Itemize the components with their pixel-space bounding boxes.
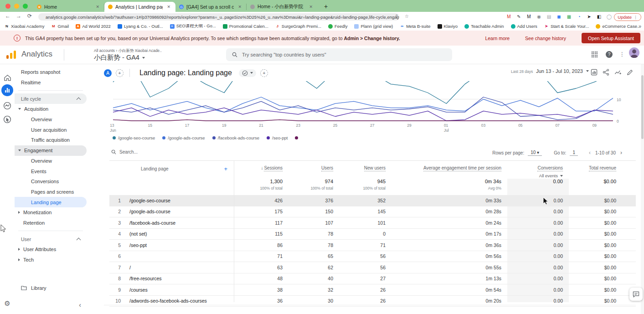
bookmark-item[interactable]: Lyang & Co. - Outl... — [118, 24, 163, 29]
back-icon[interactable]: ← — [4, 13, 12, 19]
column-header-engagement[interactable]: Average engagement time per session — [386, 161, 501, 171]
sidebar-item-conversions[interactable]: Conversions — [15, 176, 87, 187]
sidebar-item-monetization[interactable]: Monetization — [15, 207, 87, 218]
bookmark-item[interactable]: Klaviyo — [438, 24, 458, 29]
bookmark-item[interactable]: MGmail — [51, 24, 69, 29]
table-row[interactable]: 4(not set)1157800m 17s0.00$0.00 — [109, 229, 636, 240]
table-row[interactable]: 7/6362560m 55s0.00$0.00 — [109, 262, 636, 273]
bookmark-item[interactable]: ≡SEO课程大纲 - Go... — [170, 23, 216, 29]
bookmark-item[interactable]: Teachable Admin — [464, 24, 504, 29]
customize-report-pill[interactable] — [239, 69, 256, 77]
next-page-icon[interactable]: › — [619, 149, 623, 156]
search-input[interactable]: Try searching "top countries by users" — [226, 48, 452, 61]
previous-page-icon[interactable]: ‹ — [588, 149, 592, 156]
swoosh-extension-icon[interactable]: ◔ — [576, 13, 582, 21]
sidebar-item-reports-snapshot[interactable]: Reports snapshot — [15, 67, 87, 77]
add-dimension-icon[interactable]: + — [224, 165, 234, 172]
table-row[interactable]: 67165560m 56s0.00$0.00 — [109, 251, 636, 263]
forward-icon[interactable]: → — [15, 13, 23, 19]
edit-pencil-icon[interactable] — [627, 69, 633, 76]
browser-tab[interactable]: Home - 小白新势学院✕ — [247, 2, 318, 12]
bookmark-item[interactable]: Promotional Calen... — [223, 24, 268, 29]
sheet-extension-icon[interactable]: ▦ — [566, 13, 572, 21]
contrast-extension-icon[interactable]: ◧ — [596, 13, 602, 21]
help-icon[interactable]: ? — [606, 51, 613, 58]
feedback-button[interactable] — [629, 288, 643, 301]
tab-close-icon[interactable]: ✕ — [308, 4, 314, 10]
table-row[interactable]: 3/facebook-ads-course1171071010m 24s0.00… — [109, 217, 636, 229]
sidebar-item-user[interactable]: User — [15, 234, 87, 244]
minimize-window-button[interactable] — [14, 4, 19, 9]
sidebar-item-overview[interactable]: Overview — [15, 114, 87, 125]
chrome-update-button[interactable]: Update ⋮ — [614, 13, 641, 21]
chevron-up-icon[interactable] — [77, 238, 81, 242]
explore-icon[interactable] — [1, 100, 13, 112]
maximize-window-button[interactable] — [23, 4, 28, 9]
legend-item[interactable]: /google-ads-course — [162, 135, 205, 140]
browser-tab[interactable]: Analytics | Landing page: Land✕ — [104, 2, 175, 12]
medium-extension-icon[interactable]: M — [526, 13, 532, 21]
advertising-icon[interactable] — [1, 113, 13, 125]
bookmark-item[interactable]: ∞Meta B-suite — [400, 24, 430, 29]
table-row[interactable]: 1/google-seo-course4263763520m 33s0.00$0… — [109, 195, 636, 206]
sidebar-item-realtime[interactable]: Realtime — [15, 77, 87, 88]
sidebar-item-life-cycle[interactable]: Life cycle — [15, 93, 87, 104]
circle-extension-icon[interactable]: ◯ — [606, 13, 612, 21]
chevron-down-icon[interactable] — [18, 108, 21, 110]
address-bar[interactable]: analytics.google.com/analytics/web/?auth… — [38, 13, 399, 21]
sessions-line-chart[interactable] — [104, 81, 628, 122]
chevron-right-icon[interactable] — [18, 258, 20, 261]
sidebar-item-traffic-acquisition[interactable]: Traffic acquisition — [15, 135, 87, 145]
table-row[interactable]: 8/free-resources4840271m 13s0.00$0.00 — [109, 273, 636, 285]
add-tab-icon[interactable]: + — [260, 69, 268, 77]
sidebar-item-user-acquisition[interactable]: User acquisition — [15, 124, 87, 135]
chevron-up-icon[interactable] — [77, 98, 81, 102]
column-header-new-users[interactable]: New users — [333, 161, 386, 171]
chevron-right-icon[interactable] — [18, 211, 20, 214]
bookmark-item[interactable]: eCommerce Case... — [596, 24, 640, 29]
sidebar-item-retention[interactable]: Retention — [15, 218, 87, 228]
browser-tab[interactable]: ♥Home✕ — [33, 2, 104, 12]
legend-item[interactable]: /facebook-ads-course — [212, 135, 259, 140]
pointer-extension-icon[interactable]: ➤ — [586, 13, 592, 21]
table-row[interactable]: 2/google-ads-course1751501450m 28s0.00$0… — [109, 206, 636, 218]
account-switcher[interactable]: 小白新势 - GA4 — [94, 53, 145, 62]
sidebar-item-acquisition[interactable]: Acquisition — [15, 104, 87, 114]
table-row[interactable]: 9/courses3832260m 54s0.00$0.00 — [109, 284, 636, 296]
add-comparison-icon[interactable]: + — [116, 69, 124, 77]
report-snapshot-icon[interactable] — [591, 69, 598, 76]
sidebar-item-pages-and-screens[interactable]: Pages and screens — [15, 187, 87, 197]
sidebar-item-landing-page[interactable]: Landing page — [15, 197, 87, 207]
bookmark-item[interactable]: ➤Start & Scale Your... — [544, 24, 589, 29]
legend-item[interactable]: /google-seo-course — [113, 135, 155, 140]
sidebar-item-user-attributes[interactable]: User Attributes — [15, 244, 87, 255]
chevron-down-icon[interactable] — [18, 149, 21, 151]
avatar[interactable] — [629, 47, 639, 58]
bookmarks-overflow-icon[interactable]: » — [639, 23, 641, 29]
column-header-total-revenue[interactable]: Total revenue — [563, 161, 616, 171]
see-change-history-link[interactable]: See change history — [525, 36, 566, 41]
sidebar-item-engagement[interactable]: Engagement — [15, 145, 87, 156]
close-window-button[interactable] — [5, 4, 10, 9]
camera-extension-icon[interactable]: ◉ — [536, 13, 542, 21]
pen-extension-icon[interactable]: ✎ — [516, 13, 522, 21]
tab-close-icon[interactable]: ✕ — [165, 4, 172, 10]
bookmark-item[interactable]: JSurgeGraph Premi... — [275, 24, 321, 29]
notes-extension-icon[interactable]: ▤ — [546, 13, 552, 21]
browser-menu-icon[interactable]: ⋮ — [634, 15, 638, 20]
blue-extension-icon[interactable]: ◼ — [556, 13, 562, 21]
sidebar-item-overview[interactable]: Overview — [15, 156, 87, 166]
chevron-right-icon[interactable] — [18, 248, 20, 251]
date-range-picker[interactable]: Last 28 days Jun 13 - Jul 10, 2023 — [511, 68, 589, 74]
admin-gear-icon[interactable]: ⚙ — [1, 298, 13, 309]
apps-grid-icon[interactable] — [591, 51, 598, 58]
gmail-extension-icon[interactable]: M — [506, 13, 512, 21]
column-header-conversions[interactable]: Conversions All events — [501, 161, 563, 178]
reports-icon[interactable] — [1, 84, 13, 96]
bookmark-item[interactable]: NXiaobai Academy — [5, 24, 44, 29]
sidebar-item-library[interactable]: Library — [15, 283, 93, 293]
share-icon[interactable] — [603, 69, 609, 76]
table-row[interactable]: 5/seo-ppt8678710m 36s0.00$0.00 — [109, 240, 636, 251]
learn-more-link[interactable]: Learn more — [485, 36, 510, 41]
column-header-landing-page[interactable]: Landing page + — [121, 161, 234, 172]
